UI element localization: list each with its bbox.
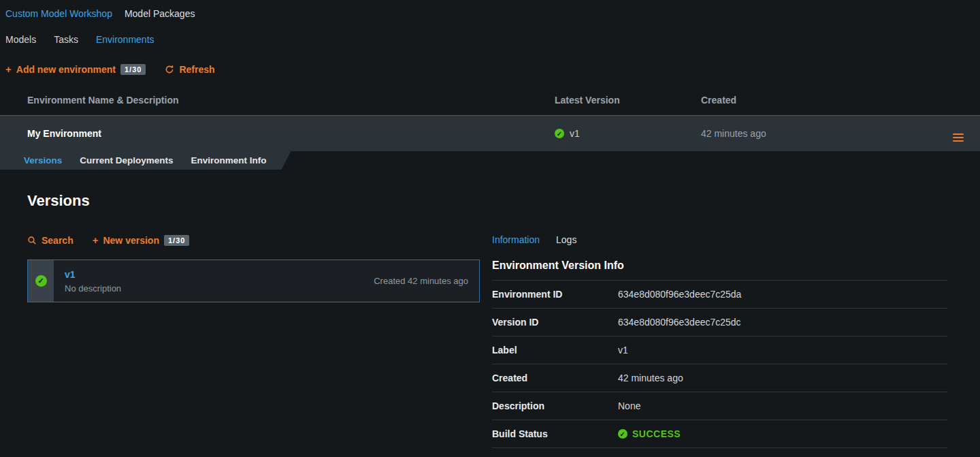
search-icon (27, 236, 37, 245)
hamburger-menu-icon (953, 133, 964, 142)
refresh-icon (165, 65, 174, 74)
version-label: v1 (65, 269, 121, 280)
detail-tab-bar: Versions Current Deployments Environment… (0, 151, 291, 170)
version-created: Created 42 minutes ago (374, 276, 468, 286)
column-header-created: Created (701, 95, 942, 106)
info-tab-bar: Information Logs (492, 234, 947, 245)
table-row[interactable]: My Environment ✓ v1 42 minutes ago (0, 115, 980, 151)
page-title: Versions (27, 192, 980, 210)
version-card[interactable]: ✓ v1 No description Created 42 minutes a… (27, 259, 480, 302)
tab-current-deployments[interactable]: Current Deployments (80, 155, 173, 166)
tab-models[interactable]: Models (5, 34, 36, 45)
version-description: No description (65, 283, 121, 294)
info-panel-title: Environment Version Info (492, 259, 947, 281)
environment-quota-badge: 1/30 (120, 64, 146, 75)
info-row-label: Label v1 (492, 336, 947, 364)
tab-environment-info[interactable]: Environment Info (191, 155, 267, 166)
tab-environments[interactable]: Environments (96, 34, 154, 45)
version-card-status-strip: ✓ (28, 260, 54, 302)
tab-logs[interactable]: Logs (556, 234, 576, 245)
environments-table: Environment Name & Description Latest Ve… (0, 84, 980, 151)
main-tab-bar: Models Tasks Environments (0, 34, 980, 45)
column-header-latest-version: Latest Version (555, 95, 701, 106)
info-row-version-id: Version ID 634e8d080f96e3deec7c25dc (492, 309, 947, 336)
tab-tasks[interactable]: Tasks (54, 34, 78, 45)
plus-icon: + (93, 234, 99, 246)
breadcrumb-workshop-link[interactable]: Custom Model Workshop (5, 8, 112, 19)
search-button[interactable]: Search (27, 235, 74, 246)
info-row-created: Created 42 minutes ago (492, 364, 947, 392)
version-info-panel: Information Logs Environment Version Inf… (492, 234, 947, 448)
tab-information[interactable]: Information (492, 234, 540, 245)
environment-created: 42 minutes ago (701, 128, 942, 139)
build-status-badge: ✓ SUCCESS (618, 428, 947, 439)
breadcrumb: Custom Model Workshop Model Packages (0, 0, 980, 19)
new-version-button[interactable]: + New version 1/30 (93, 234, 190, 246)
versions-panel: Versions Search + New version 1/30 (0, 192, 980, 448)
breadcrumb-current: Model Packages (125, 8, 195, 19)
info-row-build-status: Build Status ✓ SUCCESS (492, 420, 947, 448)
environment-name: My Environment (0, 128, 555, 139)
info-row-environment-id: Environment ID 634e8d080f96e3deec7c25da (492, 281, 947, 309)
refresh-button[interactable]: Refresh (165, 64, 214, 75)
versions-list: Search + New version 1/30 ✓ v1 No descri… (27, 234, 480, 448)
info-row-description: Description None (492, 392, 947, 420)
success-check-icon: ✓ (618, 429, 627, 439)
add-new-environment-button[interactable]: + Add new environment 1/30 (5, 63, 146, 75)
environment-toolbar: + Add new environment 1/30 Refresh (0, 63, 980, 75)
environments-table-header: Environment Name & Description Latest Ve… (0, 84, 980, 115)
row-menu-button[interactable] (953, 126, 980, 142)
success-check-icon: ✓ (35, 275, 47, 287)
success-check-icon: ✓ (555, 129, 564, 138)
column-header-name: Environment Name & Description (0, 95, 555, 106)
tab-versions[interactable]: Versions (24, 155, 62, 166)
plus-icon: + (5, 63, 12, 75)
version-quota-badge: 1/30 (164, 235, 189, 246)
environment-latest-version: v1 (570, 128, 580, 139)
